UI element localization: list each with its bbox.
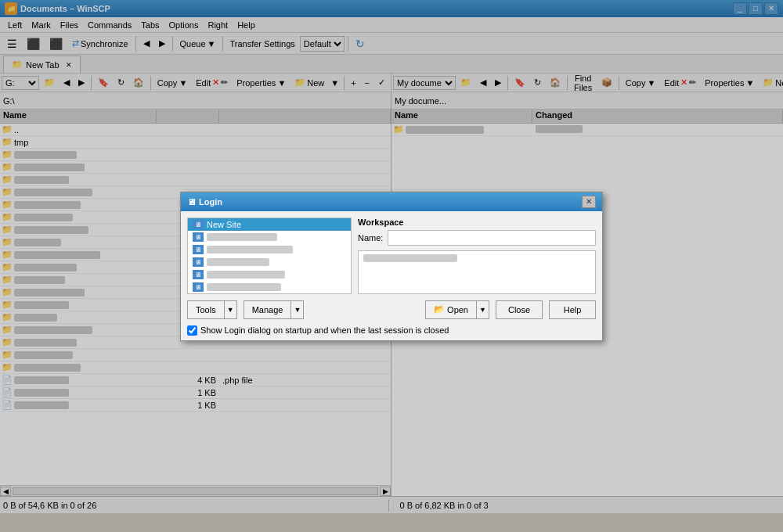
- close-dialog-button[interactable]: Close: [496, 300, 543, 319]
- dialog-site-list: 🖥 New Site 🖥 🖥 🖥 🖥: [187, 217, 352, 294]
- dialog-checkbox-row: Show Login dialog on startup and when th…: [181, 322, 602, 340]
- tools-btn-group: Tools ▼: [187, 300, 237, 319]
- site-icon: 🖥: [193, 245, 204, 254]
- dialog-lower-buttons: Tools ▼ Manage ▼ 📂 Open ▼ Close Help: [181, 300, 602, 322]
- new-site-item[interactable]: 🖥 New Site: [188, 218, 351, 231]
- site-item[interactable]: 🖥: [188, 243, 351, 256]
- open-button[interactable]: 📂 Open: [425, 300, 477, 319]
- dialog-title-icon: 🖥: [187, 197, 196, 207]
- site-icon: 🖥: [193, 257, 204, 267]
- site-icon: 🖥: [193, 232, 204, 242]
- help-button[interactable]: Help: [549, 300, 596, 319]
- workspace-list-item[interactable]: [360, 253, 594, 265]
- site-item[interactable]: 🖥: [188, 281, 351, 293]
- tools-dropdown[interactable]: ▼: [225, 300, 237, 319]
- dialog-overlay: 🖥 Login ✕ 🖥 New Site 🖥 🖥: [0, 0, 783, 532]
- dialog-title-bar: 🖥 Login ✕: [181, 192, 602, 211]
- site-icon: 🖥: [193, 282, 204, 292]
- dialog-body: 🖥 New Site 🖥 🖥 🖥 🖥: [181, 211, 602, 300]
- open-btn-group: 📂 Open ▼: [425, 300, 489, 319]
- show-login-checkbox[interactable]: [187, 325, 197, 336]
- manage-btn-group: Manage ▼: [244, 300, 305, 319]
- tools-button[interactable]: Tools: [187, 300, 225, 319]
- workspace-section-label: Workspace: [358, 217, 596, 227]
- dialog-close-button[interactable]: ✕: [582, 196, 596, 208]
- site-item[interactable]: 🖥: [188, 256, 351, 268]
- new-site-label: New Site: [207, 220, 241, 229]
- dialog-workspace: Workspace Name:: [358, 217, 596, 294]
- manage-button[interactable]: Manage: [244, 300, 292, 319]
- workspace-list[interactable]: [358, 250, 596, 294]
- manage-dropdown[interactable]: ▼: [291, 300, 304, 319]
- open-icon: 📂: [434, 304, 445, 315]
- login-dialog: 🖥 Login ✕ 🖥 New Site 🖥 🖥: [180, 192, 603, 341]
- workspace-name-input[interactable]: [388, 230, 596, 246]
- site-icon: 🖥: [193, 270, 204, 279]
- dialog-title-text: Login: [199, 197, 222, 207]
- site-item[interactable]: 🖥: [188, 231, 351, 243]
- open-dropdown[interactable]: ▼: [477, 300, 489, 319]
- workspace-name-row: Name:: [358, 230, 596, 246]
- name-label: Name:: [358, 233, 383, 243]
- site-icon: 🖥: [193, 220, 204, 229]
- show-login-label: Show Login dialog on startup and when th…: [200, 325, 449, 335]
- site-item[interactable]: 🖥: [188, 268, 351, 281]
